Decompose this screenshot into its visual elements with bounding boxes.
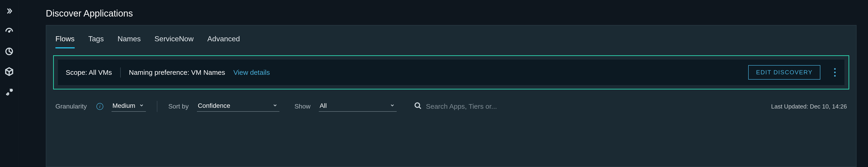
scope-inner: Scope: All VMs Naming preference: VM Nam… — [58, 60, 844, 85]
show-select[interactable]: All — [319, 101, 397, 112]
side-rail — [0, 0, 18, 167]
panel: Flows Tags Names ServiceNow Advanced Sco… — [46, 25, 857, 167]
expand-sidebar-icon[interactable] — [5, 6, 14, 16]
granularity-label: Granularity — [55, 103, 87, 110]
page-title-row: Discover Applications — [18, 0, 868, 25]
controls-row: Granularity i Medium Sort by Confidence … — [46, 89, 856, 119]
sortby-label: Sort by — [168, 103, 189, 110]
granularity-value: Medium — [113, 102, 136, 109]
app-root: Discover Applications Flows Tags Names S… — [0, 0, 868, 167]
chevron-down-icon — [390, 102, 395, 109]
sortby-select[interactable]: Confidence — [197, 101, 279, 112]
page-title: Discover Applications — [46, 8, 868, 19]
svg-line-8 — [419, 107, 421, 109]
show-value: All — [320, 102, 386, 109]
scope-label: Scope: All VMs — [66, 68, 112, 76]
chevron-down-icon — [273, 102, 278, 109]
search-input[interactable] — [426, 103, 522, 110]
edit-discovery-button[interactable]: EDIT DISCOVERY — [748, 65, 820, 80]
more-actions-icon[interactable] — [829, 68, 837, 77]
view-details-link[interactable]: View details — [234, 68, 270, 76]
info-icon[interactable]: i — [96, 103, 103, 110]
topology-cube-icon[interactable] — [5, 67, 14, 76]
tab-servicenow[interactable]: ServiceNow — [155, 35, 194, 48]
search-icon[interactable] — [414, 102, 422, 111]
granularity-select[interactable]: Medium — [112, 101, 146, 112]
tab-bar: Flows Tags Names ServiceNow Advanced — [46, 25, 856, 48]
sortby-value: Confidence — [198, 102, 269, 109]
tools-icon[interactable] — [5, 87, 14, 96]
tab-advanced[interactable]: Advanced — [207, 35, 240, 48]
tab-tags[interactable]: Tags — [88, 35, 104, 48]
svg-point-7 — [415, 103, 420, 107]
search-wrap — [414, 102, 522, 111]
svg-line-1 — [9, 30, 10, 31]
main-content: Discover Applications Flows Tags Names S… — [18, 0, 868, 167]
last-updated: Last Updated: Dec 10, 14:26 — [771, 103, 847, 110]
tab-flows[interactable]: Flows — [55, 35, 75, 48]
naming-label: Naming preference: VM Names — [129, 68, 225, 76]
pie-chart-icon[interactable] — [5, 47, 14, 56]
chevron-down-icon — [139, 102, 144, 109]
tab-names[interactable]: Names — [118, 35, 141, 48]
separator — [157, 101, 157, 112]
dashboard-gauge-icon[interactable] — [5, 27, 14, 36]
divider — [120, 67, 121, 78]
scope-card: Scope: All VMs Naming preference: VM Nam… — [53, 55, 849, 89]
show-label: Show — [294, 103, 311, 110]
